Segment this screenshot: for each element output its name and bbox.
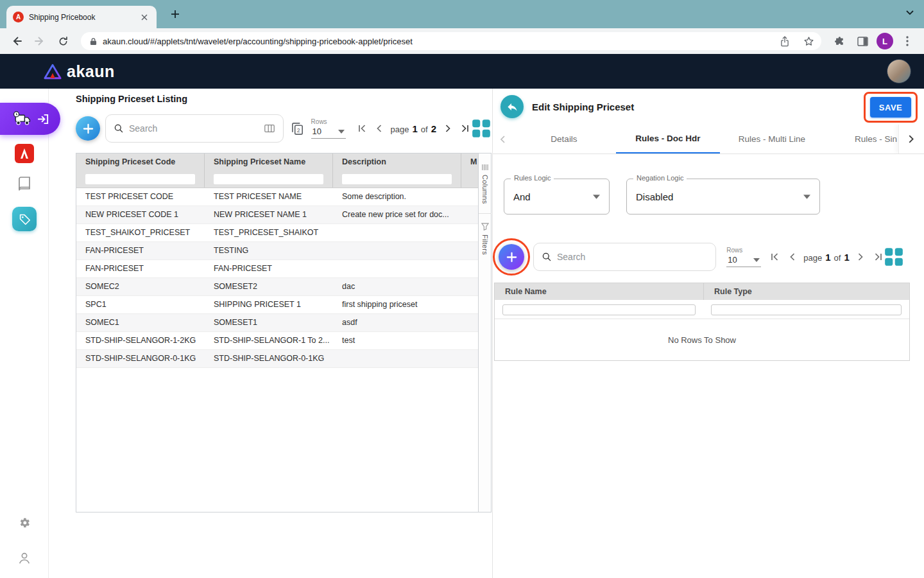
- table-row[interactable]: TEST PRICESET CODETEST PRICESET NAMESome…: [76, 188, 478, 206]
- grid-view-icon[interactable]: [471, 118, 492, 139]
- tabs-scroll-right-icon[interactable]: [898, 125, 924, 153]
- column-view-icon[interactable]: [264, 123, 275, 134]
- grid-view-icon[interactable]: [884, 247, 903, 267]
- empty-rows-message: No Rows To Show: [495, 319, 909, 360]
- gear-icon: [18, 516, 31, 529]
- search-icon: [542, 252, 552, 262]
- table-row[interactable]: SPC1SHIPPING PRICESET 1first shipping pr…: [76, 296, 478, 314]
- table-filter-row: [76, 170, 478, 188]
- last-page-icon[interactable]: [459, 123, 471, 134]
- tab-search-chevron-icon[interactable]: [906, 10, 914, 15]
- first-page-icon[interactable]: [769, 251, 780, 263]
- rows-value: 10: [312, 127, 321, 136]
- filters-tool-tab[interactable]: Filters: [481, 223, 489, 255]
- search-input[interactable]: [129, 123, 259, 134]
- table-cell: SHIPPING PRICESET 1: [205, 296, 333, 313]
- share-icon[interactable]: [776, 32, 794, 50]
- table-cell: NEW PRICESET NAME 1: [205, 206, 333, 223]
- first-page-icon[interactable]: [356, 123, 368, 134]
- rules-search-input[interactable]: [557, 252, 708, 262]
- filter-input-rule-name[interactable]: [502, 304, 696, 315]
- back-icon[interactable]: [8, 32, 26, 50]
- table-cell: [333, 224, 461, 241]
- column-header-m[interactable]: M: [461, 153, 478, 170]
- negation-logic-select[interactable]: Negation Logic Disabled: [626, 179, 820, 215]
- prev-page-icon[interactable]: [786, 251, 798, 263]
- bookmark-star-icon[interactable]: [800, 32, 817, 50]
- columns-strip-label[interactable]: Columns: [481, 175, 489, 204]
- column-header-rule-name[interactable]: Rule Name: [495, 283, 703, 300]
- user-avatar[interactable]: [887, 59, 911, 83]
- chevron-down-icon: [338, 130, 345, 134]
- rules-logic-select[interactable]: Rules Logic And: [504, 179, 610, 215]
- extensions-puzzle-icon[interactable]: [830, 32, 848, 50]
- listing-pagination: page1of2: [356, 123, 471, 134]
- rows-value: 10: [728, 255, 737, 265]
- tabs-scroll-left-icon[interactable]: [493, 125, 512, 153]
- column-header-code[interactable]: Shipping Priceset Code: [76, 153, 205, 170]
- table-cell: [461, 314, 478, 331]
- table-row[interactable]: SOMEC2SOMESET2dac: [76, 278, 478, 296]
- table-row[interactable]: NEW PRICESET CODE 1NEW PRICESET NAME 1Cr…: [76, 206, 478, 224]
- table-cell: STD-SHIP-SELANGOR-1-2KG: [76, 332, 205, 349]
- tab-close-icon[interactable]: [139, 12, 150, 23]
- table-row[interactable]: STD-SHIP-SELANGOR-1-2KGSTD-SHIP-SELANGOR…: [76, 332, 478, 350]
- next-page-icon[interactable]: [442, 123, 454, 134]
- column-header-name[interactable]: Shipping Priceset Name: [205, 153, 333, 170]
- next-page-icon[interactable]: [855, 251, 867, 263]
- filter-input-description[interactable]: [342, 174, 452, 184]
- rules-rows-per-page-select[interactable]: Rows 10: [726, 247, 762, 267]
- browser-tab[interactable]: A Shipping Pricebook: [6, 6, 157, 28]
- duplicate-pages-icon[interactable]: 2: [290, 121, 305, 136]
- edit-priceset-panel: Edit Shipping Priceset SAVE Details Rule…: [493, 89, 924, 578]
- table-cell: [333, 350, 461, 367]
- save-button[interactable]: SAVE: [870, 97, 911, 118]
- table-row[interactable]: SOMEC1SOMESET1asdf: [76, 314, 478, 332]
- delivery-truck-clock-icon: [12, 110, 32, 128]
- refresh-icon[interactable]: [54, 32, 72, 50]
- priceset-table-rows: TEST PRICESET CODETEST PRICESET NAMESome…: [76, 188, 478, 368]
- tab-details[interactable]: Details: [512, 125, 616, 153]
- table-row[interactable]: FAN-PRICESETFAN-PRICESET: [76, 260, 478, 278]
- sidebar-item-book[interactable]: [0, 176, 49, 191]
- side-panel-icon[interactable]: [853, 32, 871, 50]
- filter-input-name[interactable]: [214, 174, 323, 184]
- negation-logic-label: Negation Logic: [633, 174, 687, 182]
- table-row[interactable]: FAN-PRICESETTESTING: [76, 242, 478, 260]
- filter-input-code[interactable]: [85, 174, 195, 184]
- chevron-down-icon: [803, 195, 810, 199]
- column-header-description[interactable]: Description: [333, 153, 461, 170]
- last-page-icon[interactable]: [873, 251, 884, 263]
- browser-profile-avatar[interactable]: L: [877, 33, 893, 49]
- sidebar-item-settings[interactable]: [0, 516, 49, 529]
- sidebar-item-tag[interactable]: [0, 207, 49, 231]
- table-cell: SOMESET2: [205, 278, 333, 295]
- sidebar-item-pdf[interactable]: [0, 144, 49, 163]
- priceset-table: Shipping Priceset Code Shipping Priceset…: [76, 153, 492, 512]
- brand-triangle-icon: [44, 64, 62, 80]
- filter-input-rule-type[interactable]: [711, 304, 902, 315]
- tab-rules-doc-hdr[interactable]: Rules - Doc Hdr: [616, 125, 720, 153]
- table-row[interactable]: TEST_SHAIKOT_PRICESETTEST_PRICESET_SHAIK…: [76, 224, 478, 242]
- forward-icon[interactable]: [31, 32, 49, 50]
- table-row[interactable]: STD-SHIP-SELANGOR-0-1KGSTD-SHIP-SELANGOR…: [76, 350, 478, 368]
- url-bar[interactable]: akaun.cloud/#/applets/tnt/wavelet/erp/ac…: [81, 32, 821, 50]
- new-tab-button[interactable]: [167, 6, 184, 22]
- back-button[interactable]: [501, 95, 524, 118]
- browser-toolbar: akaun.cloud/#/applets/tnt/wavelet/erp/ac…: [0, 28, 924, 54]
- browser-menu-kebab-icon[interactable]: [898, 32, 916, 50]
- column-header-rule-type[interactable]: Rule Type: [703, 283, 909, 300]
- sidebar-item-profile[interactable]: [0, 551, 49, 565]
- prev-page-icon[interactable]: [373, 123, 385, 134]
- chevron-down-icon: [593, 195, 600, 199]
- rows-per-page-select[interactable]: Rows 10: [311, 118, 347, 139]
- filters-strip-label[interactable]: Filters: [481, 234, 489, 255]
- add-priceset-button[interactable]: [76, 116, 100, 141]
- add-rule-button[interactable]: [499, 244, 524, 270]
- chevron-down-icon: [753, 258, 760, 262]
- url-input[interactable]: akaun.cloud/#/applets/tnt/wavelet/erp/ac…: [103, 37, 770, 46]
- table-cell: TEST PRICESET NAME: [205, 188, 333, 206]
- tab-rules-multi-line[interactable]: Rules - Multi Line: [720, 125, 824, 153]
- sidebar-item-shipping-pricebook[interactable]: [0, 103, 60, 135]
- columns-tool-tab[interactable]: Columns: [481, 164, 489, 204]
